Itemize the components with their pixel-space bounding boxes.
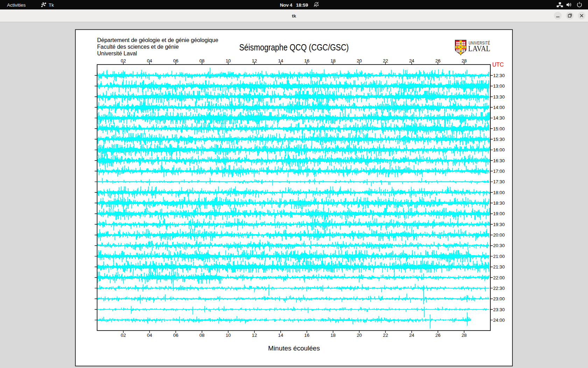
svg-text:12: 12 bbox=[252, 333, 257, 338]
svg-text:15:30: 15:30 bbox=[493, 137, 505, 142]
svg-text:21:00: 21:00 bbox=[493, 254, 505, 259]
svg-text:21:30: 21:30 bbox=[493, 264, 505, 270]
svg-text:LAVAL: LAVAL bbox=[468, 44, 491, 53]
svg-text:14:30: 14:30 bbox=[493, 115, 505, 121]
svg-text:19:30: 19:30 bbox=[493, 222, 505, 227]
svg-text:Département de géologie et de: Département de géologie et de génie géol… bbox=[97, 37, 218, 43]
svg-text:06: 06 bbox=[173, 333, 178, 338]
svg-text:16:30: 16:30 bbox=[493, 158, 505, 163]
svg-text:12:30: 12:30 bbox=[493, 73, 505, 78]
svg-text:Séismographe QCQ (CGC/GSC): Séismographe QCQ (CGC/GSC) bbox=[239, 42, 349, 53]
svg-text:08: 08 bbox=[200, 333, 205, 338]
svg-text:24:00: 24:00 bbox=[493, 318, 505, 323]
svg-text:18:00: 18:00 bbox=[493, 190, 505, 195]
svg-text:Nov 4 18:59: Nov 4 18:59 bbox=[280, 2, 308, 8]
svg-text:Faculté des sciences et de gén: Faculté des sciences et de génie bbox=[97, 44, 179, 50]
svg-text:22:30: 22:30 bbox=[493, 286, 505, 291]
svg-text:02: 02 bbox=[121, 333, 126, 338]
svg-text:28: 28 bbox=[462, 333, 467, 338]
svg-text:Tk: Tk bbox=[49, 2, 54, 8]
svg-text:18: 18 bbox=[330, 333, 336, 338]
svg-text:20: 20 bbox=[357, 333, 362, 338]
svg-text:16:00: 16:00 bbox=[493, 147, 505, 152]
svg-text:22:00: 22:00 bbox=[493, 275, 505, 280]
svg-text:14:00: 14:00 bbox=[493, 105, 505, 110]
svg-text:15:00: 15:00 bbox=[493, 126, 505, 131]
svg-text:04: 04 bbox=[147, 333, 152, 338]
svg-text:17:00: 17:00 bbox=[493, 169, 505, 174]
svg-text:20:00: 20:00 bbox=[493, 232, 505, 238]
svg-text:17:30: 17:30 bbox=[493, 179, 505, 184]
svg-text:Université Laval: Université Laval bbox=[97, 50, 137, 56]
svg-text:22: 22 bbox=[383, 333, 388, 338]
svg-text:18:30: 18:30 bbox=[493, 200, 505, 206]
svg-text:13:30: 13:30 bbox=[493, 94, 505, 100]
svg-text:tk: tk bbox=[292, 13, 296, 19]
svg-text:Activities: Activities bbox=[7, 2, 26, 8]
svg-text:26: 26 bbox=[435, 333, 441, 338]
svg-text:23:30: 23:30 bbox=[493, 307, 505, 312]
svg-text:UTC: UTC bbox=[492, 62, 504, 68]
svg-text:14: 14 bbox=[278, 333, 283, 338]
svg-text:20:30: 20:30 bbox=[493, 243, 505, 248]
svg-text:10: 10 bbox=[226, 333, 231, 338]
svg-text:19:00: 19:00 bbox=[493, 211, 505, 216]
svg-text:13:00: 13:00 bbox=[493, 83, 505, 89]
svg-text:Minutes écoulées: Minutes écoulées bbox=[268, 345, 320, 352]
svg-text:16: 16 bbox=[304, 333, 309, 338]
svg-text:24: 24 bbox=[409, 333, 414, 338]
svg-text:23:00: 23:00 bbox=[493, 296, 505, 301]
